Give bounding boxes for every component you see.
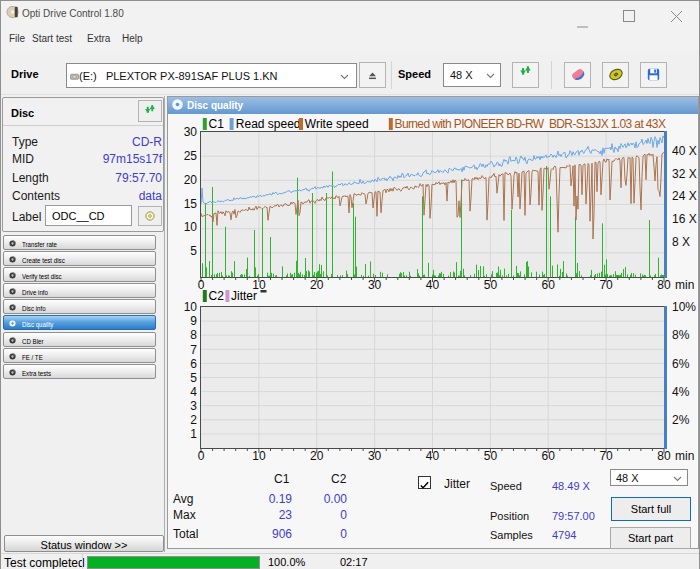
- svg-text:20: 20: [184, 173, 198, 187]
- svg-text:10%: 10%: [672, 300, 696, 314]
- svg-text:16 X: 16 X: [672, 212, 697, 226]
- svg-text:50: 50: [484, 278, 498, 292]
- svg-text:5: 5: [190, 244, 197, 258]
- svg-text:6: 6: [190, 357, 197, 371]
- svg-text:15: 15: [184, 197, 198, 211]
- svg-text:60: 60: [542, 449, 556, 463]
- svg-text:32 X: 32 X: [672, 167, 697, 181]
- svg-text:40: 40: [426, 278, 440, 292]
- svg-text:70: 70: [599, 449, 613, 463]
- svg-text:5: 5: [190, 371, 197, 385]
- svg-text:0: 0: [198, 278, 205, 292]
- svg-text:6%: 6%: [672, 357, 690, 371]
- svg-text:8: 8: [190, 328, 197, 342]
- svg-text:7: 7: [190, 343, 197, 357]
- svg-text:24 X: 24 X: [672, 189, 697, 203]
- svg-text:1: 1: [190, 427, 197, 441]
- svg-text:80: 80: [657, 278, 671, 292]
- svg-text:50: 50: [484, 449, 498, 463]
- svg-text:10: 10: [252, 449, 266, 463]
- svg-text:40: 40: [426, 449, 440, 463]
- svg-text:Burned with PIONEER BD-RW BDR: Burned with PIONEER BD-RW BDR-S13JX 1.03…: [395, 117, 666, 131]
- svg-text:4: 4: [190, 385, 197, 399]
- svg-text:8%: 8%: [672, 328, 690, 342]
- svg-text:20: 20: [310, 278, 324, 292]
- svg-text:25: 25: [184, 149, 198, 163]
- svg-text:30: 30: [368, 449, 382, 463]
- svg-text:9: 9: [190, 314, 197, 328]
- svg-text:80: 80: [657, 449, 671, 463]
- svg-text:10: 10: [184, 220, 198, 234]
- svg-text:20: 20: [310, 449, 324, 463]
- svg-text:10: 10: [184, 300, 198, 314]
- svg-text:Write speed: Write speed: [305, 117, 369, 131]
- svg-text:min: min: [675, 278, 694, 292]
- svg-text:4%: 4%: [672, 385, 690, 399]
- svg-text:30: 30: [184, 125, 198, 139]
- svg-text:60: 60: [542, 278, 556, 292]
- svg-text:40 X: 40 X: [672, 144, 697, 158]
- svg-text:min: min: [675, 449, 694, 463]
- svg-text:C2: C2: [209, 289, 225, 303]
- svg-text:C1: C1: [209, 117, 225, 131]
- svg-text:8 X: 8 X: [672, 235, 690, 249]
- svg-text:30: 30: [368, 278, 382, 292]
- svg-text:2: 2: [190, 413, 197, 427]
- svg-text:Read speed: Read speed: [236, 117, 301, 131]
- svg-text:0: 0: [198, 449, 205, 463]
- svg-text:3: 3: [190, 399, 197, 413]
- svg-text:Jitter: Jitter: [231, 289, 257, 303]
- svg-text:2%: 2%: [672, 413, 690, 427]
- svg-text:70: 70: [599, 278, 613, 292]
